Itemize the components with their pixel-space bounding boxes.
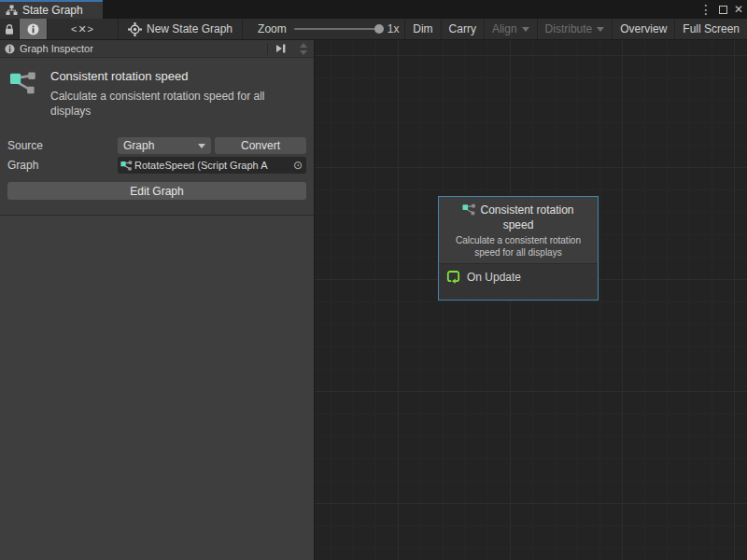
on-update-label: On Update [467,271,521,284]
maximize-icon[interactable] [719,6,727,14]
edit-graph-label: Edit Graph [130,185,183,198]
full-screen-button[interactable]: Full Screen [674,19,747,39]
inspector-toggle-button[interactable] [20,19,47,39]
overview-label: Overview [620,22,667,35]
script-graph-icon [9,69,37,119]
graph-row: Graph RotateSpeed (Script Graph A [7,157,306,174]
full-screen-label: Full Screen [683,22,740,35]
dock-panel-icon[interactable] [273,44,290,53]
close-icon[interactable]: ✕ [734,4,743,15]
graph-toolbar: <✕> New State Graph Zoom 1x [0,19,747,40]
convert-button[interactable]: Convert [215,137,306,154]
carry-button[interactable]: Carry [441,19,484,39]
lock-icon [4,23,15,35]
convert-label: Convert [241,139,280,152]
tab-state-graph[interactable]: State Graph [0,0,103,19]
zoom-label: Zoom [258,22,287,35]
panel-scroll-arrows[interactable] [295,43,312,55]
script-graph-icon [120,160,133,172]
state-node-body: On Update [439,263,598,300]
overview-button[interactable]: Overview [612,19,674,39]
state-node-header[interactable]: Consistent rotation speed Calculate a co… [439,197,598,263]
tab-label: State Graph [22,4,83,17]
state-node-description: Calculate a consistent rotation speed fo… [448,234,588,259]
arrow-up-icon [300,43,307,48]
graph-title: Consistent rotation speed [50,69,304,83]
on-update-event-row[interactable]: On Update [439,264,598,284]
inspector-title: Graph Inspector [20,43,93,54]
arrow-down-icon [300,50,307,55]
align-label: Align [492,22,517,35]
graph-object-value: RotateSpeed (Script Graph A [134,160,291,171]
state-node-title-row: Consistent rotation speed [448,203,588,232]
source-label: Source [7,139,118,152]
update-event-icon [446,270,460,284]
object-picker-icon[interactable]: ⊙ [291,160,304,171]
graph-object-field[interactable]: RotateSpeed (Script Graph A ⊙ [118,157,306,174]
dim-button[interactable]: Dim [404,19,440,39]
header-separator [267,43,268,55]
graph-canvas[interactable]: Consistent rotation speed Calculate a co… [314,40,747,560]
toolbar-separator [242,19,243,39]
distribute-button[interactable]: Distribute [537,19,613,39]
info-icon [27,23,39,35]
edit-graph-button[interactable]: Edit Graph [7,182,306,200]
code-icon: <✕> [71,23,94,35]
new-state-graph-label: New State Graph [147,22,233,35]
inspector-fields: Source Graph Convert Graph [0,130,314,176]
info-icon [5,44,15,54]
zoom-slider[interactable] [294,28,380,30]
source-dropdown[interactable]: Graph [118,137,211,154]
distribute-label: Distribute [545,22,593,35]
inspector-empty-area [0,215,314,560]
window-menu-icon[interactable]: ⋮ [699,3,712,16]
graph-target-icon [128,22,142,36]
script-graph-icon [462,203,476,217]
new-state-graph-button[interactable]: New State Graph [119,19,242,39]
state-graph-icon [6,5,18,16]
inspector-header: Graph Inspector [0,40,314,58]
tab-bar: State Graph ⋮ ✕ [0,0,747,19]
dim-label: Dim [413,22,432,35]
window-controls: ⋮ ✕ [699,0,743,19]
source-dropdown-value: Graph [123,139,154,152]
graph-field-label: Graph [7,159,118,172]
chevron-down-icon [522,27,529,32]
source-row: Source Graph Convert [7,137,306,154]
code-preview-button[interactable]: <✕> [48,19,118,39]
chevron-down-icon [198,144,205,148]
carry-label: Carry [449,22,476,35]
zoom-value: 1x [388,22,400,35]
unity-state-graph-window: State Graph ⋮ ✕ [0,0,747,560]
graph-inspector-panel: Graph Inspector [0,40,314,560]
state-node-consistent-rotation-speed[interactable]: Consistent rotation speed Calculate a co… [438,196,599,301]
zoom-slider-handle[interactable] [374,24,384,34]
state-node-title: Consistent rotation speed [480,203,573,231]
zoom-control: Zoom 1x [258,19,399,39]
chevron-down-icon [597,27,604,32]
graph-info-block: Consistent rotation speed Calculate a co… [0,58,314,130]
graph-description: Calculate a consistent rotation speed fo… [50,89,304,119]
lock-button[interactable] [0,19,19,39]
align-button[interactable]: Align [484,19,537,39]
